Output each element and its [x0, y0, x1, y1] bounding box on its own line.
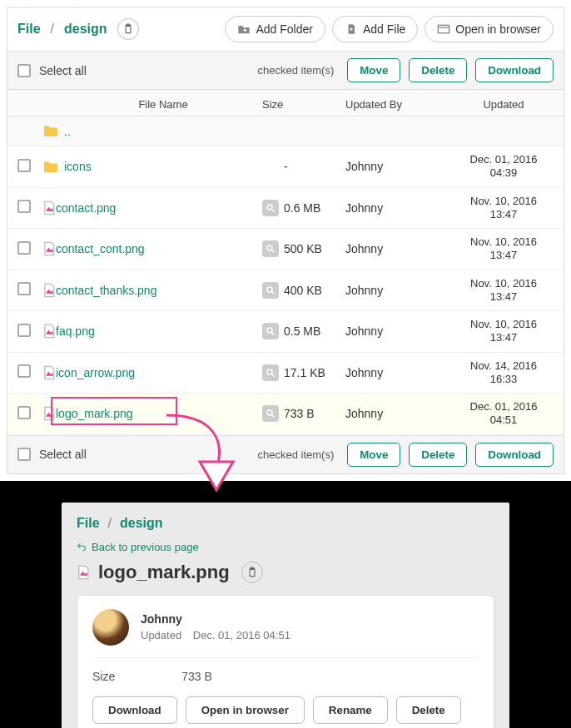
svg-line-15	[272, 333, 275, 335]
file-image-icon	[42, 365, 56, 380]
svg-point-5	[267, 205, 272, 210]
parent-folder-row[interactable]: ..	[7, 116, 564, 146]
file-name-link[interactable]: faq.png	[56, 324, 262, 338]
svg-line-6	[272, 209, 275, 211]
detail-breadcrumb-current[interactable]: design	[120, 516, 163, 531]
table-row[interactable]: logo_mark.png733 BJohnnyDec. 01, 201604:…	[7, 394, 564, 435]
updated-value: Dec. 01, 2016 04:51	[193, 629, 290, 641]
file-image-icon	[42, 324, 56, 339]
download-button[interactable]: Download	[475, 58, 554, 82]
file-name-link[interactable]: contact_cont.png	[56, 242, 262, 255]
download-button-bottom[interactable]: Download	[475, 443, 554, 467]
updated-by: Johnny	[345, 242, 454, 255]
back-label: Back to previous page	[92, 541, 199, 553]
back-link[interactable]: Back to previous page	[77, 541, 494, 553]
move-button[interactable]: Move	[347, 58, 400, 82]
breadcrumb-separator: /	[47, 22, 57, 37]
svg-line-21	[272, 415, 275, 418]
select-all-checkbox-bottom[interactable]	[17, 448, 31, 461]
file-image-icon	[42, 283, 56, 298]
magnify-icon[interactable]	[262, 364, 279, 381]
checked-items-label-bottom: checked item(s)	[257, 448, 334, 461]
move-button-bottom[interactable]: Move	[347, 443, 400, 467]
svg-point-20	[267, 410, 272, 415]
row-checkbox[interactable]	[17, 324, 31, 337]
parent-folder-label: ..	[64, 125, 262, 138]
add-folder-button[interactable]: Add Folder	[225, 16, 325, 42]
folder-plus-icon	[237, 23, 251, 35]
add-file-label: Add File	[363, 22, 405, 36]
delete-button-bottom[interactable]: Delete	[409, 443, 467, 467]
detail-breadcrumb: File / design	[77, 516, 494, 531]
detail-delete-button[interactable]: Delete	[396, 696, 461, 724]
action-bar-bottom: Select all checked item(s) Move Delete D…	[7, 435, 564, 473]
select-all-checkbox[interactable]	[17, 64, 31, 77]
row-checkbox[interactable]	[17, 241, 31, 255]
col-size[interactable]: Size	[262, 98, 345, 111]
browser-icon	[437, 23, 450, 35]
updated-by: Johnny	[345, 201, 454, 215]
updated-date: Nov. 10, 201613:47	[454, 195, 554, 222]
detail-open-button[interactable]: Open in browser	[186, 696, 305, 724]
file-browser-panel: File / design Add Folder Add File Open i…	[7, 7, 564, 474]
detail-backdrop: File / design Back to previous page logo…	[0, 481, 571, 729]
file-plus-icon	[345, 23, 358, 35]
updated-date: Dec. 01, 201604:51	[454, 400, 554, 428]
row-checkbox[interactable]	[17, 200, 31, 213]
row-checkbox[interactable]	[17, 364, 31, 378]
detail-rename-button[interactable]: Rename	[313, 696, 388, 724]
col-updated[interactable]: Updated	[454, 98, 554, 111]
file-detail-panel: File / design Back to previous page logo…	[62, 503, 509, 729]
magnify-icon[interactable]	[262, 200, 279, 216]
file-name-link[interactable]: logo_mark.png	[56, 407, 262, 420]
col-filename[interactable]: File Name	[64, 98, 262, 111]
magnify-icon[interactable]	[262, 323, 279, 339]
updated-label: Updated	[141, 629, 181, 641]
panel-header: File / design Add Folder Add File Open i…	[7, 7, 564, 51]
breadcrumb-root[interactable]: File	[17, 22, 41, 37]
owner-name: Johnny	[141, 612, 290, 626]
magnify-icon[interactable]	[262, 405, 279, 422]
detail-download-button[interactable]: Download	[92, 696, 177, 724]
col-updated-by[interactable]: Updated By	[345, 98, 454, 111]
clipboard-icon[interactable]	[241, 562, 263, 583]
updated-date: Nov. 14, 201616:33	[454, 359, 554, 387]
updated-date: Nov. 10, 201613:47	[454, 235, 554, 263]
table-row[interactable]: contact_thanks.png400 KBJohnnyNov. 10, 2…	[7, 270, 564, 312]
open-in-browser-button[interactable]: Open in browser	[425, 16, 554, 42]
file-image-icon	[42, 241, 56, 256]
size-value: 0.6 MB	[284, 201, 320, 215]
add-file-button[interactable]: Add File	[332, 16, 418, 42]
folder-icon	[42, 159, 64, 175]
table-row[interactable]: icons-JohnnyDec. 01, 201604:39	[7, 146, 564, 188]
updated-date: Nov. 10, 201613:47	[454, 277, 554, 305]
magnify-icon[interactable]	[262, 240, 279, 257]
updated-date: Dec. 01, 201604:39	[454, 153, 554, 181]
table-row[interactable]: contact.png0.6 MBJohnnyNov. 10, 201613:4…	[7, 188, 564, 230]
size-value: 733 B	[181, 670, 212, 683]
delete-button[interactable]: Delete	[409, 58, 467, 82]
detail-breadcrumb-root[interactable]: File	[77, 516, 100, 531]
row-checkbox[interactable]	[17, 282, 31, 295]
file-name-link[interactable]: icon_arrow.png	[56, 366, 262, 379]
breadcrumb-current[interactable]: design	[64, 22, 107, 37]
row-checkbox[interactable]	[17, 159, 31, 172]
open-browser-label: Open in browser	[455, 22, 541, 36]
size-value: -	[284, 160, 288, 173]
add-folder-label: Add Folder	[256, 22, 312, 36]
updated-by: Johnny	[345, 324, 454, 338]
table-row[interactable]: icon_arrow.png17.1 KBJohnnyNov. 14, 2016…	[7, 353, 564, 394]
svg-line-18	[272, 374, 275, 376]
updated-by: Johnny	[345, 407, 454, 420]
select-all-label-bottom: Select all	[39, 448, 87, 461]
table-row[interactable]: faq.png0.5 MBJohnnyNov. 10, 201613:47	[7, 311, 564, 353]
file-name-link[interactable]: icons	[64, 160, 262, 173]
clipboard-icon[interactable]	[117, 18, 139, 40]
svg-point-14	[267, 328, 272, 333]
file-name-link[interactable]: contact.png	[56, 201, 262, 215]
table-row[interactable]: contact_cont.png500 KBJohnnyNov. 10, 201…	[7, 229, 564, 270]
magnify-icon[interactable]	[262, 282, 279, 299]
row-checkbox[interactable]	[17, 406, 31, 419]
updated-by: Johnny	[345, 160, 454, 173]
file-name-link[interactable]: contact_thanks.png	[56, 284, 262, 297]
